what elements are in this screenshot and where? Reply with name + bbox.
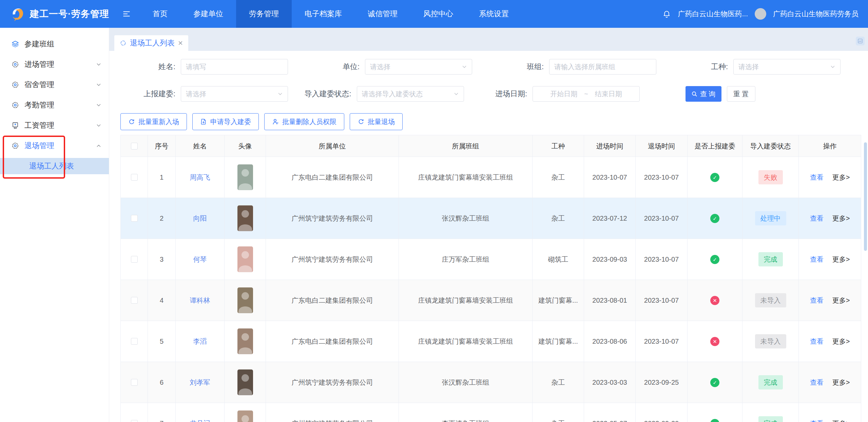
sidebar-item-4[interactable]: 考勤管理 [0, 95, 109, 115]
nav-item-1[interactable]: 首页 [140, 0, 180, 28]
app-logo: 建工一号·劳务管理 [0, 6, 109, 21]
cell-job: 杂工 [533, 403, 584, 422]
batch-action-button-4[interactable]: 批量退场 [350, 113, 403, 130]
report-label: 上报建委: [120, 89, 181, 99]
sidebar-item-2[interactable]: 进场管理 [0, 54, 109, 75]
select-all-checkbox[interactable] [131, 143, 138, 149]
row-checkbox[interactable] [131, 420, 138, 422]
chevron-down-icon [454, 91, 459, 97]
sidebar-item-1[interactable]: 参建班组 [0, 34, 109, 54]
tab-exit-worker-list[interactable]: 退场工人列表 × [114, 35, 188, 51]
batch-action-label: 申请导入建委 [210, 117, 251, 126]
report-select[interactable]: 请选择 [181, 86, 288, 102]
batch-action-button-3[interactable]: 批量删除人员权限 [264, 113, 344, 130]
row-checkbox[interactable] [131, 379, 138, 386]
refresh-icon[interactable] [120, 40, 127, 46]
menu-collapse-icon[interactable] [122, 9, 131, 18]
cell-company: 广州筑宁建筑劳务有限公司 [266, 403, 399, 422]
worker-name-link[interactable]: 周高飞 [190, 173, 210, 182]
unit-select[interactable]: 请选择 [365, 59, 472, 75]
table-row: 2向阳广州筑宁建筑劳务有限公司张汉辉杂工班组杂工2023-07-122023-1… [121, 198, 861, 239]
view-link[interactable]: 查看 [810, 173, 824, 182]
job-select[interactable]: 请选择 [733, 59, 841, 75]
view-link[interactable]: 查看 [810, 296, 824, 305]
user-name[interactable]: 广药白云山生物医药劳务员 [773, 9, 859, 19]
cell-exit: 2023-10-07 [636, 239, 688, 280]
scrollbar[interactable] [864, 142, 867, 251]
cell-enter: 2023-03-03 [584, 362, 636, 403]
more-link[interactable]: 更多> [832, 296, 850, 305]
more-link[interactable]: 更多> [832, 419, 850, 422]
cell-avatar [225, 280, 266, 321]
worker-avatar [237, 287, 253, 313]
cell-job: 建筑门窗幕... [533, 280, 584, 321]
enter-date-range[interactable]: 开始日期 ~ 结束日期 [533, 86, 640, 102]
view-link[interactable]: 查看 [810, 378, 824, 387]
cell-op: 查看更多> [799, 362, 861, 403]
view-link[interactable]: 查看 [810, 337, 824, 346]
batch-action-button-1[interactable]: 批量重新入场 [120, 113, 187, 130]
date-separator: ~ [584, 90, 588, 98]
view-link[interactable]: 查看 [810, 214, 824, 223]
gear-icon [12, 81, 19, 88]
batch-action-button-2[interactable]: 申请导入建委 [192, 113, 259, 130]
worker-name-link[interactable]: 谭科林 [190, 296, 210, 305]
reset-button[interactable]: 重 置 [727, 86, 755, 102]
more-link[interactable]: 更多> [832, 214, 850, 223]
row-checkbox[interactable] [131, 256, 138, 263]
import-status-badge: 完成 [758, 416, 783, 422]
team-label: 班组: [489, 62, 549, 72]
row-checkbox[interactable] [131, 174, 138, 181]
sidebar-item-6[interactable]: 退场管理 [0, 136, 109, 156]
cell-index: 5 [148, 321, 176, 362]
worker-name-link[interactable]: 何琴 [193, 255, 207, 264]
name-input[interactable] [181, 59, 288, 75]
cell-avatar [225, 403, 266, 422]
batch-action-label: 批量重新入场 [138, 117, 179, 126]
import-status-badge: 未导入 [755, 334, 786, 348]
floating-widget-icon[interactable] [856, 37, 865, 45]
close-icon[interactable]: × [178, 39, 183, 47]
nav-item-2[interactable]: 参建单位 [180, 0, 236, 28]
row-checkbox[interactable] [131, 338, 138, 345]
filter-buttons: 查 询 重 置 [686, 86, 862, 102]
worker-name-link[interactable]: 龙月记 [190, 419, 210, 422]
header-cell-name: 姓名 [176, 135, 225, 157]
worker-name-link[interactable]: 向阳 [193, 214, 207, 223]
more-link[interactable]: 更多> [832, 378, 850, 387]
search-button-label: 查 询 [700, 89, 716, 99]
sidebar-item-3[interactable]: 宿舍管理 [0, 75, 109, 95]
row-checkbox[interactable] [131, 297, 138, 304]
nav-item-6[interactable]: 风控中心 [410, 0, 466, 28]
worker-name-link[interactable]: 刘孝军 [190, 378, 210, 387]
nav-item-5[interactable]: 诚信管理 [355, 0, 410, 28]
sidebar-item-label: 参建班组 [24, 39, 101, 49]
sidebar-item-5[interactable]: 工资管理 [0, 115, 109, 136]
cell-checkbox [121, 362, 148, 403]
nav-item-7[interactable]: 系统设置 [466, 0, 522, 28]
worker-name-link[interactable]: 李滔 [193, 337, 207, 346]
user-avatar[interactable] [755, 8, 766, 20]
filter-team: 班组: [489, 59, 673, 75]
more-link[interactable]: 更多> [832, 337, 850, 346]
notification-bell-icon[interactable] [662, 10, 671, 18]
nav-item-4[interactable]: 电子档案库 [292, 0, 355, 28]
worker-avatar [237, 205, 253, 231]
cell-team: 张汉辉杂工班组 [399, 362, 533, 403]
team-input[interactable] [549, 59, 656, 75]
view-link[interactable]: 查看 [810, 419, 824, 422]
search-button[interactable]: 查 询 [686, 86, 721, 102]
more-link[interactable]: 更多> [832, 255, 850, 264]
more-link[interactable]: 更多> [832, 173, 850, 182]
name-label: 姓名: [120, 62, 181, 72]
org-name[interactable]: 广药白云山生物医药... [678, 9, 748, 19]
worker-avatar [237, 328, 253, 354]
cell-import: 未导入 [742, 280, 799, 321]
view-link[interactable]: 查看 [810, 255, 824, 264]
batch-action-label: 批量删除人员权限 [282, 117, 336, 126]
chevron-down-icon [96, 62, 101, 67]
nav-item-3[interactable]: 劳务管理 [236, 0, 292, 28]
row-checkbox[interactable] [131, 215, 138, 222]
import-status-select[interactable]: 请选择导入建委状态 [357, 86, 464, 102]
sidebar-subitem-exit-worker-list[interactable]: 退场工人列表 [0, 158, 109, 174]
